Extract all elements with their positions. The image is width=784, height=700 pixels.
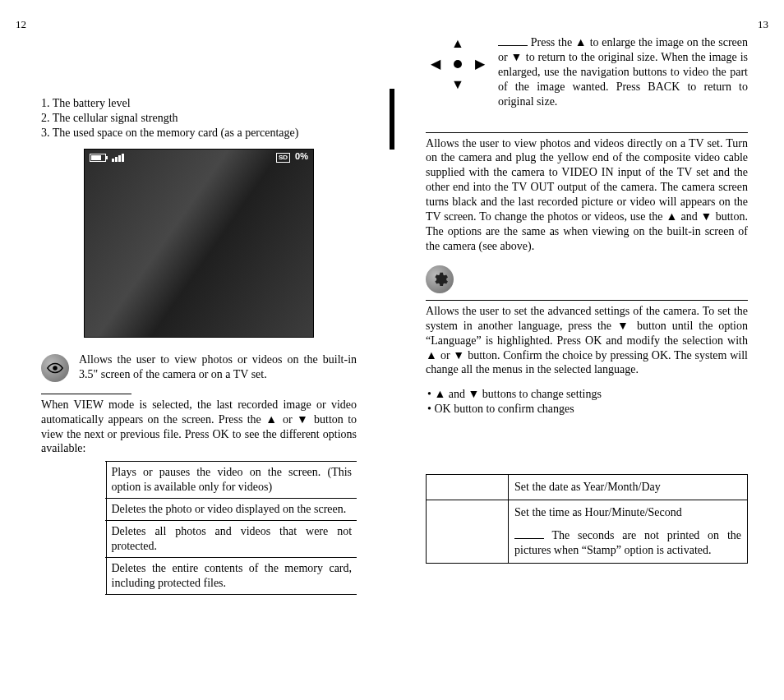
advanced-settings-description: Allows the user to set the advanced sett… <box>426 304 748 378</box>
settings-row2-label <box>427 500 509 564</box>
divider <box>426 300 748 301</box>
option-delete-unprotected: Deletes all photos and videos that were … <box>106 521 357 558</box>
bullet-change-settings: ▲ and ▼ buttons to change settings <box>427 387 748 402</box>
dpad-down-icon: ▼ <box>451 78 464 91</box>
page-right: 13 ▲ ▼ ◀ ▶ Press the ▲ to enlarge the im… <box>394 0 784 700</box>
page-number-left: 12 <box>16 18 26 31</box>
settings-time-note: The seconds are not printed on the pictu… <box>514 529 741 556</box>
settings-row2-value: Set the time as Hour/Minute/Second The s… <box>509 500 748 564</box>
sd-card-icon: SD <box>276 153 290 163</box>
status-list-2: 2. The cellular signal strength <box>41 111 357 126</box>
gear-icon <box>426 265 454 293</box>
settings-table: Set the date as Year/Month/Day Set the t… <box>426 474 748 564</box>
option-play: Plays or pauses the video on the screen.… <box>106 462 357 499</box>
bullet-confirm-changes: OK button to confirm changes <box>427 402 748 417</box>
battery-icon <box>90 154 106 162</box>
eye-icon <box>41 354 69 382</box>
dpad-right-icon: ▶ <box>475 58 485 71</box>
option-delete-all: Deletes the entire contents of the memor… <box>106 557 357 594</box>
page-number-right: 13 <box>758 18 768 31</box>
camera-screenshot: SD 0% <box>84 149 314 338</box>
dpad-icon: ▲ ▼ ◀ ▶ <box>429 35 487 93</box>
tv-out-description: Allows the user to view photos and video… <box>426 136 748 254</box>
settings-time-format: Set the time as Hour/Minute/Second <box>514 505 741 520</box>
view-options-table: Plays or pauses the video on the screen.… <box>105 461 357 594</box>
page-spread: 12 1. The battery level 2. The cellular … <box>0 0 784 700</box>
view-mode-intro: Allows the user to view photos or videos… <box>79 352 357 382</box>
settings-row1-value: Set the date as Year/Month/Day <box>509 475 748 500</box>
view-mode-description: When VIEW mode is selected, the last rec… <box>41 398 357 457</box>
divider <box>426 132 748 133</box>
dpad-up-icon: ▲ <box>451 37 464 50</box>
settings-row1-label <box>427 475 509 500</box>
option-delete-one: Deletes the photo or video displayed on … <box>106 499 357 521</box>
svg-point-0 <box>53 366 58 371</box>
dpad-center-icon <box>454 60 462 68</box>
status-list-3: 3. The used space on the memory card (as… <box>41 126 357 140</box>
status-list-1: 1. The battery level <box>41 96 357 111</box>
signal-icon <box>112 154 124 162</box>
page-left: 12 1. The battery level 2. The cellular … <box>0 0 390 700</box>
dpad-left-icon: ◀ <box>431 58 440 71</box>
storage-percent: 0% <box>295 151 308 161</box>
divider <box>41 394 131 394</box>
